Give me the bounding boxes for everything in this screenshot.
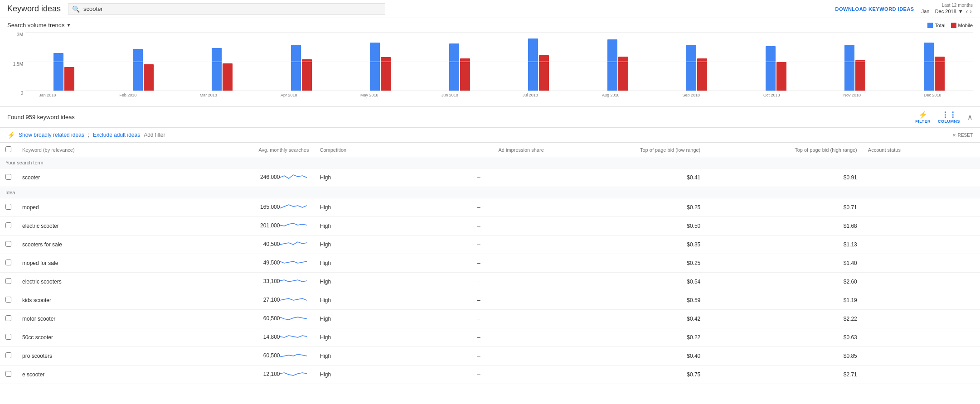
bar-mobile[interactable] <box>64 67 74 91</box>
cell-bid-low: $0.35 <box>549 236 706 254</box>
filter-button-label: FILTER <box>915 119 931 124</box>
bar-mobile[interactable] <box>855 60 865 91</box>
cell-searches: 60,500 <box>174 347 315 366</box>
sparkline <box>280 371 309 377</box>
search-container: 🔍 <box>68 3 385 15</box>
cell-account <box>863 198 980 217</box>
download-button[interactable]: DOWNLOAD KEYWORD IDEAS <box>835 6 914 12</box>
legend-total: Total <box>927 23 945 28</box>
sparkline <box>280 334 309 340</box>
columns-button[interactable]: ⋮⋮ COLUMNS <box>938 111 960 124</box>
search-count: 60,500 <box>263 352 280 359</box>
bar-total[interactable] <box>212 48 222 91</box>
chart-title-toggle[interactable]: Search volume trends ▼ <box>7 22 71 29</box>
th-competition: Competition <box>314 143 408 157</box>
chart-legend: Total Mobile <box>927 23 973 28</box>
bar-mobile[interactable] <box>223 63 233 91</box>
chart-bar-group <box>896 43 973 91</box>
section-label: Your search term <box>0 157 980 168</box>
cell-impression: – <box>408 273 549 291</box>
bar-mobile[interactable] <box>381 57 391 91</box>
row-select-cell <box>0 217 17 236</box>
bar-mobile[interactable] <box>460 58 470 91</box>
bar-total[interactable] <box>449 43 459 91</box>
chart-x-label: Jul 2018 <box>490 93 571 97</box>
row-checkbox[interactable] <box>5 315 11 321</box>
cell-keyword: moped <box>17 198 174 217</box>
cell-keyword: scooters for sale <box>17 236 174 254</box>
bar-mobile[interactable] <box>697 58 707 91</box>
bar-total[interactable] <box>53 53 63 91</box>
row-checkbox[interactable] <box>5 297 11 303</box>
bar-total[interactable] <box>766 46 776 91</box>
th-bid-low: Top of page bid (low range) <box>549 143 706 157</box>
row-checkbox[interactable] <box>5 334 11 340</box>
cell-account <box>863 347 980 366</box>
row-checkbox[interactable] <box>5 174 11 180</box>
cell-impression: – <box>408 310 549 328</box>
bar-total[interactable] <box>291 45 301 91</box>
bar-total[interactable] <box>924 43 934 91</box>
table-row: moped for sale49,500High–$0.25$1.40 <box>0 254 980 273</box>
row-checkbox[interactable] <box>5 260 11 265</box>
bar-total[interactable] <box>370 43 380 91</box>
header: Keyword ideas 🔍 DOWNLOAD KEYWORD IDEAS L… <box>0 0 980 18</box>
chart-bar-group <box>579 39 657 91</box>
filter-broadly-related[interactable]: Show broadly related ideas <box>19 132 84 138</box>
add-filter-button[interactable]: Add filter <box>144 132 165 138</box>
bar-mobile[interactable] <box>776 62 786 91</box>
cell-competition: High <box>314 347 408 366</box>
cell-searches: 201,000 <box>174 217 315 236</box>
row-checkbox[interactable] <box>5 222 11 228</box>
cell-bid-high: $1.19 <box>706 291 863 310</box>
bar-total[interactable] <box>528 38 538 91</box>
row-checkbox[interactable] <box>5 278 11 284</box>
th-select-all[interactable] <box>0 143 17 157</box>
bar-mobile[interactable] <box>539 55 549 91</box>
collapse-button[interactable]: ∧ <box>967 113 973 121</box>
row-checkbox[interactable] <box>5 241 11 247</box>
search-count: 12,100 <box>263 371 280 377</box>
row-select-cell <box>0 347 17 366</box>
bar-total[interactable] <box>133 49 143 91</box>
chart-bar-group <box>184 48 261 91</box>
date-range-container: Last 12 months Jan – Dec 2018 ▼ ‹ › <box>922 3 973 15</box>
search-input[interactable] <box>83 5 381 12</box>
reset-button[interactable]: ✕ RESET <box>952 133 973 138</box>
chart-bars <box>25 32 973 91</box>
chart-x-axis: Jan 2018Feb 2018Mar 2018Apr 2018May 2018… <box>7 93 973 97</box>
chart-bar-group <box>737 46 815 91</box>
chart-x-label: Dec 2018 <box>893 93 973 97</box>
select-all-checkbox[interactable] <box>5 146 11 152</box>
cell-keyword: electric scooters <box>17 273 174 291</box>
filter-row-icon: ⚡ <box>7 131 15 139</box>
cell-bid-high: $1.13 <box>706 236 863 254</box>
cell-keyword: motor scooter <box>17 310 174 328</box>
cell-bid-high: $0.63 <box>706 328 863 347</box>
row-checkbox[interactable] <box>5 371 11 377</box>
bar-mobile[interactable] <box>144 64 154 91</box>
th-bid-high: Top of page bid (high range) <box>706 143 863 157</box>
row-checkbox[interactable] <box>5 352 11 358</box>
cell-competition: High <box>314 366 408 384</box>
date-nav-arrows: ‹ › <box>965 8 973 15</box>
filter-exclude-adult[interactable]: Exclude adult ideas <box>93 132 140 138</box>
cell-bid-low: $0.50 <box>549 217 706 236</box>
filter-separator: ; <box>88 132 89 138</box>
date-range-selector[interactable]: Jan – Dec 2018 ▼ ‹ › <box>922 8 973 15</box>
bar-total[interactable] <box>686 45 696 91</box>
row-checkbox[interactable] <box>5 204 11 210</box>
chart-bar-group <box>263 45 340 91</box>
bar-total[interactable] <box>844 45 854 91</box>
cell-competition: High <box>314 168 408 187</box>
table-body: Your search termscooter246,000High–$0.41… <box>0 157 980 384</box>
chart-x-label: Aug 2018 <box>571 93 651 97</box>
search-count: 60,500 <box>263 315 280 322</box>
prev-period-button[interactable]: ‹ <box>965 8 969 15</box>
table-row: kids scooter27,100High–$0.59$1.19 <box>0 291 980 310</box>
date-range-label: Last 12 months <box>942 3 973 8</box>
filter-button[interactable]: ⚡ FILTER <box>915 111 931 124</box>
next-period-button[interactable]: › <box>969 8 973 15</box>
bar-total[interactable] <box>607 39 617 91</box>
bar-mobile[interactable] <box>302 59 312 91</box>
